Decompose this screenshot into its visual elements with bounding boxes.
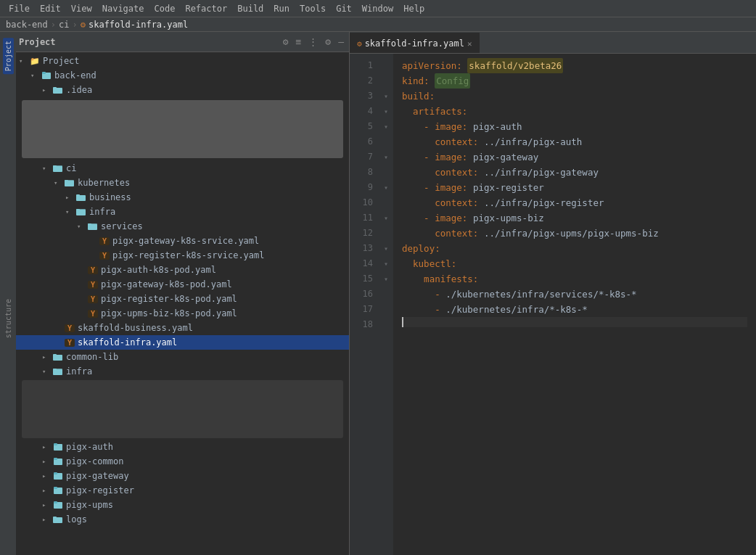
settings-icon[interactable]: ⚙ xyxy=(281,35,291,49)
item-label-f7: skaffold-business.yaml xyxy=(78,323,193,333)
svg-rect-17 xyxy=(88,223,97,229)
minimize-icon[interactable]: — xyxy=(336,35,346,49)
tree-item-pigx-gateway[interactable]: ▸pigx-gateway xyxy=(16,469,349,483)
token-highlight: skaffold/v2beta26 xyxy=(467,58,563,73)
tree-item-f8[interactable]: Yskaffold-infra.yaml xyxy=(16,335,349,350)
tree-item-ci[interactable]: ▾ci xyxy=(16,161,349,176)
tree-arrow-logs: ▸ xyxy=(42,516,52,523)
item-label-pigx-common: pigx-common xyxy=(66,456,123,466)
gear-icon[interactable]: ⚙ xyxy=(323,35,333,49)
token-punctuation: : xyxy=(473,226,484,241)
tree-item-project-root[interactable]: ▾📁Project xyxy=(16,54,349,68)
line-number-8: 8 xyxy=(356,165,373,180)
tab-skaffold-infra[interactable]: ⚙ skaffold-infra.yaml ✕ xyxy=(350,33,480,53)
tree-item-business[interactable]: ▸business xyxy=(16,190,349,205)
menu-run[interactable]: Run xyxy=(269,2,294,15)
menu-file[interactable]: File xyxy=(4,2,34,15)
tree-item-services[interactable]: ▾services xyxy=(16,219,349,234)
tree-item-f5[interactable]: Ypigx-register-k8s-pod.yaml xyxy=(16,292,349,306)
token-punctuation: : xyxy=(462,119,473,134)
tree-item-infra-root[interactable]: ▾infra xyxy=(16,364,349,379)
fold-close-7[interactable]: ▾ xyxy=(384,149,388,165)
tree-arrow-pigx-gateway: ▸ xyxy=(42,472,52,480)
fold-close-15[interactable]: ▾ xyxy=(384,271,388,287)
menu-tools[interactable]: Tools xyxy=(295,2,330,15)
breadcrumb-ci[interactable]: ci xyxy=(59,20,69,30)
tree-arrow-services: ▾ xyxy=(77,223,87,230)
tree-arrow-kubernetes: ▾ xyxy=(54,179,64,186)
fold-close-11[interactable]: ▾ xyxy=(384,210,388,226)
side-gutter: Project structure xyxy=(0,32,16,555)
menu-window[interactable]: Window xyxy=(358,2,398,15)
fold-close-3[interactable]: ▾ xyxy=(384,89,388,104)
tree-item-logs[interactable]: ▸logs xyxy=(16,512,349,527)
item-icon-yaml: Y xyxy=(64,322,75,334)
menu-edit[interactable]: Edit xyxy=(36,2,65,15)
fold-close-9[interactable]: ▾ xyxy=(384,180,388,195)
breadcrumb-file[interactable]: skaffold-infra.yaml xyxy=(89,20,188,30)
tree-item-f3[interactable]: Ypigx-auth-k8s-pod.yaml xyxy=(16,263,349,277)
code-editor: 123456789101112131415161718 ▾▾▾▾▾▾▾▾▾ ap… xyxy=(350,54,756,555)
item-icon-folder-closed xyxy=(52,84,64,96)
token-dash: - xyxy=(424,149,435,165)
fold-close-13[interactable]: ▾ xyxy=(384,241,388,256)
tree-arrow-business: ▸ xyxy=(65,194,75,201)
tree-item-infra[interactable]: ▾infra xyxy=(16,205,349,219)
fold-close-4[interactable]: ▾ xyxy=(384,104,388,119)
more-icon[interactable]: ⋮ xyxy=(306,35,320,49)
sort-icon[interactable]: ≡ xyxy=(294,35,304,49)
tree-item-back-end[interactable]: ▾back-end xyxy=(16,68,349,83)
tab-close-icon[interactable]: ✕ xyxy=(467,39,472,49)
code-content[interactable]: apiVersion: skaffold/v2beta26kind: Confi… xyxy=(393,54,756,555)
token-space xyxy=(402,134,435,149)
tree-item-f6[interactable]: Ypigx-upms-biz-k8s-pod.yaml xyxy=(16,306,349,321)
token-key: apiVersion xyxy=(402,58,456,73)
tree-item-idea[interactable]: ▸.idea xyxy=(16,83,349,97)
item-icon-folder-open xyxy=(75,206,87,218)
tree-item-pigx-register[interactable]: ▸pigx-register xyxy=(16,483,349,498)
tree-item-f7[interactable]: Yskaffold-business.yaml xyxy=(16,321,349,335)
item-label-business: business xyxy=(89,192,131,202)
menu-help[interactable]: Help xyxy=(399,2,429,15)
gutter-cell-3: ▾ xyxy=(380,89,392,104)
token-space xyxy=(402,165,435,180)
tree-item-kubernetes[interactable]: ▾kubernetes xyxy=(16,176,349,190)
code-line-4: artifacts: xyxy=(402,104,747,119)
menu-build[interactable]: Build xyxy=(233,2,268,15)
gutter-cell-11: ▾ xyxy=(380,210,392,226)
blurred-section2 xyxy=(22,380,343,438)
tree-item-f1[interactable]: Ypigx-gateway-k8s-srvice.yaml xyxy=(16,234,349,248)
tree-item-f4[interactable]: Ypigx-gateway-k8s-pod.yaml xyxy=(16,277,349,292)
token-space xyxy=(402,104,413,119)
menu-git[interactable]: Git xyxy=(332,2,356,15)
tree-item-pigx-common[interactable]: ▸pigx-common xyxy=(16,454,349,469)
blurred-section xyxy=(22,100,343,158)
structure-tab-icon[interactable]: structure xyxy=(3,296,14,341)
item-label-f3: pigx-auth-k8s-pod.yaml xyxy=(101,265,216,275)
tree-arrow-back-end: ▾ xyxy=(30,72,41,79)
project-tab-icon[interactable]: Project xyxy=(3,38,14,74)
item-icon-folder-closed xyxy=(52,351,64,363)
token-dash: - xyxy=(435,302,445,317)
token-space xyxy=(402,149,424,165)
tree-item-f2[interactable]: Ypigx-register-k8s-srvice.yaml xyxy=(16,248,349,263)
tree-item-pigx-upms[interactable]: ▸pigx-upms xyxy=(16,498,349,512)
svg-rect-11 xyxy=(76,194,80,197)
fold-close-5[interactable]: ▾ xyxy=(384,119,388,134)
token-space xyxy=(402,256,413,271)
token-value: pigx-gateway xyxy=(473,149,538,165)
menu-code[interactable]: Code xyxy=(150,2,180,15)
fold-close-14[interactable]: ▾ xyxy=(384,256,388,271)
tree-item-common-lib[interactable]: ▸common-lib xyxy=(16,350,349,364)
menu-refactor[interactable]: Refactor xyxy=(181,2,231,15)
token-dash: - xyxy=(424,119,435,134)
code-line-1: apiVersion: skaffold/v2beta26 xyxy=(402,58,747,73)
breadcrumb-project[interactable]: back-end xyxy=(6,20,48,30)
tree-item-pigx-auth[interactable]: ▸pigx-auth xyxy=(16,440,349,454)
menu-view[interactable]: View xyxy=(67,2,96,15)
token-punctuation: : xyxy=(424,73,435,89)
item-icon-folder-open xyxy=(87,221,99,232)
svg-rect-30 xyxy=(54,487,57,489)
item-icon-yaml: Y xyxy=(99,250,110,261)
menu-navigate[interactable]: Navigate xyxy=(98,2,149,15)
